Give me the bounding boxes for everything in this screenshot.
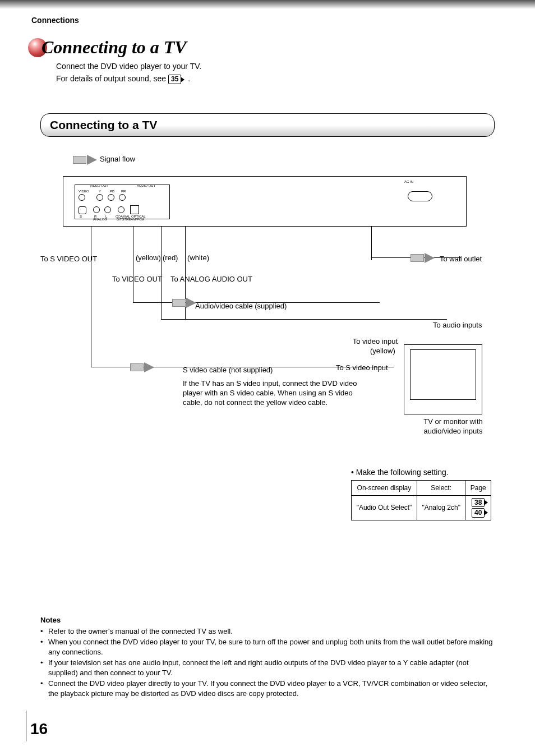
ac-in-label: AC IN (404, 180, 413, 183)
page-divider (26, 711, 26, 741)
page-ref-38: 38 (472, 498, 485, 507)
to-video-input-label: To video input (347, 337, 398, 345)
port-panel: VIDEO OUT AUDIO OUT VIDEO Y PB PR S R L … (75, 185, 170, 219)
page-ref-40: 40 (472, 508, 485, 517)
header-section-label: Connections (31, 16, 535, 25)
setting-c3: 38 40 (465, 495, 491, 520)
page-title: Connecting to a TV (41, 37, 187, 58)
jack-icon (93, 206, 100, 213)
notes-title: Notes (40, 616, 495, 624)
flow-box-icon (411, 254, 424, 262)
settings-table: On-screen display Select: Page "Audio Ou… (351, 480, 491, 520)
setting-bullet-text: Make the following setting. (356, 468, 449, 477)
s-jack-icon (79, 206, 86, 214)
page-ref-35: 35 (168, 75, 181, 84)
yellow-label-2: (yellow) (370, 347, 395, 355)
port-y: Y (99, 190, 101, 193)
subtitle-line-1: Connect the DVD video player to your TV. (56, 60, 535, 72)
line (133, 227, 133, 302)
subtitle-2a: For details of output sound, see (56, 74, 168, 83)
port-pr: PR (121, 190, 126, 193)
av-cable-label: Audio/video cable (supplied) (195, 302, 287, 310)
jack-icon (79, 194, 85, 201)
line (161, 319, 447, 320)
page-number: 16 (30, 720, 48, 738)
flow-arrow-icon (186, 298, 196, 308)
setting-c2: "Analog 2ch" (417, 495, 465, 520)
svideo-hint: If the TV has an S video input, connect … (183, 379, 368, 408)
line (161, 227, 162, 319)
flow-arrow-icon (425, 253, 435, 263)
list-item: When you connect the DVD video player to… (40, 637, 495, 657)
legend-box-icon (73, 156, 86, 164)
dvd-player-box: VIDEO OUT AUDIO OUT VIDEO Y PB PR S R L … (63, 176, 467, 227)
title-row: Connecting to a TV (28, 37, 535, 58)
jack-icon (96, 194, 103, 201)
subtitle-block: Connect the DVD video player to your TV.… (56, 60, 535, 85)
table-row: On-screen display Select: Page (352, 480, 491, 495)
jack-icon (118, 206, 124, 213)
section-heading-bar: Connecting to a TV (40, 113, 495, 137)
flow-box-icon (172, 299, 186, 307)
jack-icon (104, 206, 111, 213)
tv-screen (410, 349, 476, 400)
setting-h3: Page (465, 480, 491, 495)
tv-box (404, 344, 482, 414)
port-video-out: VIDEO OUT (90, 184, 108, 187)
legend-arrow-icon (87, 155, 97, 165)
notes-list: Refer to the owner's manual of the conne… (40, 626, 495, 699)
list-item: Refer to the owner's manual of the conne… (40, 626, 495, 637)
line (133, 302, 380, 303)
notes-block: Notes Refer to the owner's manual of the… (40, 616, 495, 699)
top-gradient (0, 0, 535, 9)
port-video: VIDEO (79, 190, 89, 193)
to-video-out-label: To VIDEO OUT (112, 275, 151, 283)
jack-icon (119, 194, 126, 201)
subtitle-line-2: For details of output sound, see 35 . (56, 72, 535, 85)
setting-bullet: • Make the following setting. (351, 468, 491, 477)
connection-diagram: Signal flow VIDEO OUT AUDIO OUT VIDEO Y … (40, 154, 495, 451)
to-analog-audio-out-label: To ANALOG AUDIO OUT (170, 275, 252, 283)
list-item: If your television set has one audio inp… (40, 658, 495, 677)
setting-c1: "Audio Out Select" (352, 495, 417, 520)
port-s: S (80, 215, 82, 218)
table-row: "Audio Out Select" "Analog 2ch" 38 40 (352, 495, 491, 520)
opt-jack-icon (130, 205, 139, 214)
port-pb: PB (110, 190, 114, 193)
jack-icon (108, 194, 114, 201)
red-label-1: (red) (163, 253, 178, 262)
tv-caption: TV or monitor with audio/video inputs (408, 417, 498, 436)
to-svideo-out-label: To S VIDEO OUT (40, 255, 85, 263)
legend-label: Signal flow (100, 155, 135, 163)
setting-h1: On-screen display (352, 480, 417, 495)
white-label-1: (white) (187, 253, 209, 262)
to-audio-inputs-label: To audio inputs (433, 321, 482, 329)
settings-block: • Make the following setting. On-screen … (351, 468, 491, 520)
port-audio-out: AUDIO OUT (137, 184, 155, 187)
list-item: Connect the DVD video player directly to… (40, 679, 495, 698)
setting-h2: Select: (417, 480, 465, 495)
to-svideo-input-label: To S video input (336, 363, 388, 372)
line (371, 227, 372, 260)
port-bit: BITSTREAM/PCM (117, 218, 144, 221)
port-analog: ANALOG (93, 218, 107, 221)
subtitle-2b: . (188, 74, 190, 83)
to-wall-label: To wall outlet (440, 255, 482, 263)
line (91, 227, 91, 367)
ac-plug-icon (408, 191, 432, 201)
section-heading: Connecting to a TV (50, 118, 485, 132)
yellow-label-1: (yellow) (136, 253, 161, 262)
flow-arrow-icon (144, 362, 154, 372)
flow-box-icon (130, 363, 144, 371)
